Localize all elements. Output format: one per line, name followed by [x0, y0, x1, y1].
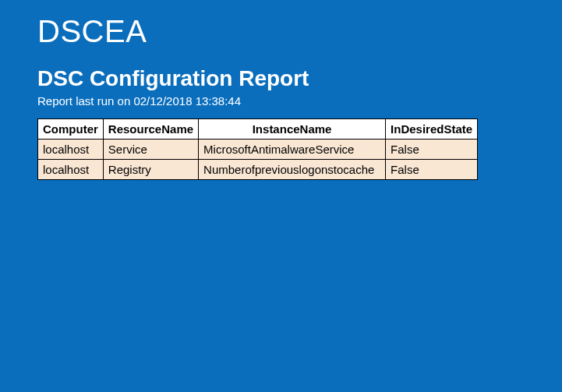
col-instance-name: InstanceName: [199, 119, 386, 139]
cell-resource-name: Registry: [103, 160, 198, 180]
table-header-row: Computer ResourceName InstanceName InDes…: [38, 119, 478, 139]
report-timestamp: Report last run on 02/12/2018 13:38:44: [37, 94, 525, 108]
report-table: Computer ResourceName InstanceName InDes…: [37, 118, 478, 180]
col-resource-name: ResourceName: [103, 119, 198, 139]
cell-resource-name: Service: [103, 139, 198, 160]
cell-computer: localhost: [38, 139, 104, 160]
report-heading: DSC Configuration Report: [37, 66, 525, 91]
col-computer: Computer: [38, 119, 104, 139]
cell-instance-name: MicrosoftAntimalwareService: [199, 139, 386, 160]
app-title: DSCEA: [37, 14, 525, 49]
cell-computer: localhost: [38, 160, 104, 180]
cell-in-desired-state: False: [386, 139, 478, 160]
table-row: localhost Service MicrosoftAntimalwareSe…: [38, 139, 478, 160]
table-row: localhost Registry Numberofpreviouslogon…: [38, 160, 478, 180]
cell-instance-name: Numberofpreviouslogonstocache: [199, 160, 386, 180]
col-in-desired-state: InDesiredState: [386, 119, 478, 139]
cell-in-desired-state: False: [386, 160, 478, 180]
